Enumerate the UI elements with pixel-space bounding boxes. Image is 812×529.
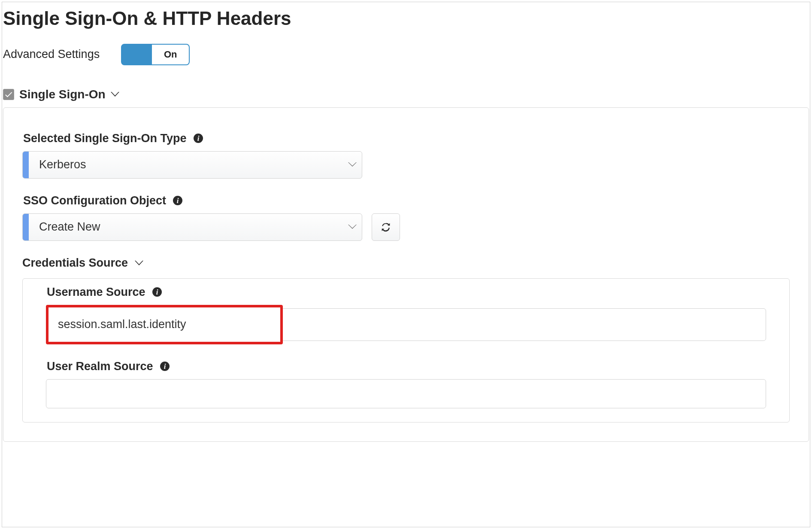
user-realm-source-label-row: User Realm Source i: [47, 360, 766, 373]
sso-config-label: SSO Configuration Object: [23, 194, 166, 207]
page-container: Single Sign-On & HTTP Headers Advanced S…: [2, 2, 810, 527]
sso-config-row: Create New: [22, 213, 790, 241]
sso-type-label-row: Selected Single Sign-On Type i: [23, 132, 790, 145]
caret-down-icon: [135, 260, 143, 266]
username-source-value: session.saml.last.identity: [58, 318, 186, 331]
sso-type-label: Selected Single Sign-On Type: [23, 132, 187, 145]
sso-panel: Selected Single Sign-On Type i Kerberos …: [3, 107, 809, 442]
info-icon[interactable]: i: [193, 133, 204, 144]
credentials-source-title: Credentials Source: [22, 256, 128, 270]
username-source-label-row: Username Source i: [47, 286, 766, 299]
credentials-source-group: Credentials Source Username Source i: [22, 256, 790, 423]
advanced-settings-label: Advanced Settings: [3, 48, 100, 61]
user-realm-source-field: User Realm Source i: [46, 360, 766, 408]
username-source-field: Username Source i session.saml.last.iden…: [46, 286, 766, 344]
svg-text:i: i: [164, 362, 166, 371]
sso-type-field: Selected Single Sign-On Type i Kerberos: [22, 132, 790, 179]
sso-type-value: Kerberos: [29, 152, 343, 178]
svg-text:i: i: [197, 134, 199, 143]
info-icon[interactable]: i: [151, 286, 163, 298]
sso-config-field: SSO Configuration Object i Create New: [22, 194, 790, 241]
toggle-knob: On: [152, 45, 189, 64]
chevron-down-icon: [343, 214, 362, 240]
user-realm-source-label: User Realm Source: [47, 360, 153, 373]
select-accent-bar: [23, 214, 29, 240]
select-accent-bar: [23, 152, 29, 178]
info-icon[interactable]: i: [159, 361, 170, 372]
refresh-button[interactable]: [372, 213, 400, 241]
sso-type-select[interactable]: Kerberos: [22, 151, 362, 179]
user-realm-source-input[interactable]: [46, 379, 766, 408]
sso-section-header[interactable]: Single Sign-On: [2, 76, 810, 107]
sso-section-title: Single Sign-On: [19, 88, 106, 101]
sso-config-select[interactable]: Create New: [22, 213, 362, 241]
credentials-source-header[interactable]: Credentials Source: [22, 256, 790, 270]
check-icon: [4, 90, 13, 99]
username-source-highlight[interactable]: session.saml.last.identity: [46, 305, 283, 344]
username-source-input-row: session.saml.last.identity: [46, 305, 766, 344]
chevron-down-icon: [343, 152, 362, 178]
advanced-settings-toggle[interactable]: On: [121, 44, 190, 65]
sso-config-label-row: SSO Configuration Object i: [23, 194, 790, 207]
advanced-settings-row: Advanced Settings On: [2, 40, 810, 76]
info-icon[interactable]: i: [172, 195, 183, 206]
credentials-source-panel: Username Source i session.saml.last.iden…: [22, 278, 790, 423]
refresh-icon: [380, 221, 392, 233]
username-source-label: Username Source: [47, 286, 145, 299]
page-title: Single Sign-On & HTTP Headers: [2, 2, 810, 40]
toggle-track: [122, 45, 152, 64]
svg-text:i: i: [177, 197, 179, 205]
sso-enabled-checkbox[interactable]: [3, 89, 14, 100]
caret-down-icon: [111, 91, 119, 97]
svg-text:i: i: [156, 288, 158, 296]
sso-config-value: Create New: [29, 214, 343, 240]
